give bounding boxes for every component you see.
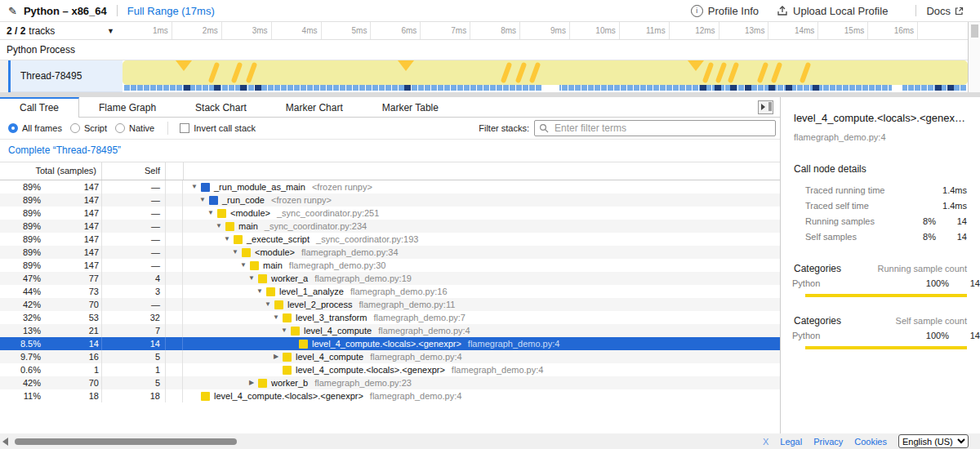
- table-row[interactable]: 32%5332▼level_3_transformflamegraph_demo…: [0, 311, 780, 324]
- sidebar-toggle-button[interactable]: [758, 100, 773, 114]
- table-row[interactable]: 42%705▶worker_bflamegraph_demo.py:23: [0, 376, 780, 389]
- upload-profile-button[interactable]: Upload Local Profile: [777, 5, 888, 17]
- function-location: flamegraph_demo.py:19: [314, 272, 412, 285]
- marker-slash-icon: [800, 62, 812, 83]
- table-row[interactable]: 11%1818level_4_compute.<locals>.<genexpr…: [0, 389, 780, 402]
- timeline-scrollbar[interactable]: [968, 22, 980, 92]
- function-name: level_4_compute: [304, 324, 372, 337]
- table-row[interactable]: 89%147—▼mainflamegraph_demo.py:30: [0, 259, 780, 272]
- category-square-icon: [291, 327, 300, 336]
- twisty-open-icon[interactable]: ▼: [207, 207, 215, 220]
- tracks-dropdown[interactable]: 2 / 2 tracks ▼: [0, 22, 122, 39]
- table-row[interactable]: 8.5%1414level_4_compute.<locals>.<genexp…: [0, 337, 780, 350]
- table-row[interactable]: 89%147—▼_run_module_as_main<frozen runpy…: [0, 180, 780, 193]
- table-row[interactable]: 47%774▼worker_aflamegraph_demo.py:19: [0, 272, 780, 285]
- self-header[interactable]: Self: [102, 162, 166, 180]
- radio-script[interactable]: Script: [70, 123, 107, 133]
- sample-gap: [541, 85, 559, 91]
- table-row[interactable]: 13%217▼level_4_computeflamegraph_demo.py…: [0, 324, 780, 337]
- tab-bar: Call TreeFlame GraphStack ChartMarker Ch…: [0, 97, 780, 118]
- function-name: level_4_compute.<locals>.<genexpr>: [312, 337, 461, 350]
- profile-name[interactable]: Python – x86_64: [24, 5, 107, 17]
- thread-track-canvas[interactable]: [122, 60, 968, 92]
- function-name: level_2_process: [287, 298, 353, 311]
- tab-call-tree[interactable]: Call Tree: [0, 97, 79, 118]
- marker-slash-icon: [208, 62, 220, 83]
- row-self: —: [102, 220, 166, 233]
- radio-native[interactable]: Native: [115, 123, 154, 133]
- table-row[interactable]: 42%70—▼level_2_processflamegraph_demo.py…: [0, 298, 780, 311]
- category-square-icon: [250, 261, 259, 270]
- row-icon-column: [166, 363, 183, 376]
- scroll-left-arrow-icon[interactable]: [2, 438, 8, 446]
- full-range-button[interactable]: Full Range (17ms): [127, 5, 215, 17]
- twisty-open-icon[interactable]: ▼: [190, 180, 198, 193]
- thread-track-label[interactable]: Thread-78495: [11, 60, 122, 92]
- table-row[interactable]: 89%147—▼_execute_script_sync_coordinator…: [0, 233, 780, 246]
- twisty-open-icon[interactable]: ▼: [280, 324, 288, 337]
- track-python-process[interactable]: Python Process: [0, 40, 980, 60]
- search-icon: [539, 123, 549, 133]
- detail-percent: [902, 183, 936, 198]
- row-total-percent: 89%: [0, 180, 41, 193]
- breadcrumb-complete-thread[interactable]: Complete “Thread-78495”: [8, 144, 121, 156]
- tab-stack-chart[interactable]: Stack Chart: [176, 97, 266, 118]
- ruler-tick: 13ms: [719, 22, 769, 39]
- row-total-percent: 32%: [0, 311, 41, 324]
- twisty-open-icon[interactable]: ▼: [198, 193, 207, 207]
- function-name: <module>: [255, 246, 295, 259]
- row-icon-column: [166, 259, 183, 272]
- timeline-scrollbar-thumb[interactable]: [971, 24, 978, 38]
- table-row[interactable]: 44%733▼level_1_analyzeflamegraph_demo.py…: [0, 285, 780, 298]
- track-thread[interactable]: Thread-78495: [0, 60, 980, 92]
- twisty-open-icon[interactable]: ▼: [247, 272, 256, 285]
- top-header: ✎ Python – x86_64 Full Range (17ms) i Pr…: [0, 0, 980, 22]
- row-total-percent: 0.6%: [0, 363, 41, 376]
- total-samples-header[interactable]: Total (samples): [0, 162, 102, 180]
- table-row[interactable]: 89%147—▼main_sync_coordinator.py:234: [0, 220, 780, 233]
- twisty-closed-icon[interactable]: ▶: [247, 376, 256, 389]
- category-square-icon: [274, 300, 283, 309]
- invert-call-stack-checkbox[interactable]: Invert call stack: [180, 123, 256, 133]
- table-row[interactable]: 0.6%11level_4_compute.<locals>.<genexpr>…: [0, 363, 780, 376]
- category-row: Python100%14: [781, 328, 980, 344]
- twisty-open-icon[interactable]: ▼: [256, 285, 264, 298]
- filter-stacks-input[interactable]: [534, 120, 776, 136]
- footer-close-link[interactable]: X: [763, 437, 768, 447]
- sample-dark-segment: [700, 85, 706, 91]
- table-row[interactable]: 89%147—▼<module>_sync_coordinator.py:251: [0, 207, 780, 220]
- edit-pencil-icon[interactable]: ✎: [8, 5, 17, 17]
- twisty-open-icon[interactable]: ▼: [223, 233, 231, 246]
- category-square-icon: [258, 379, 267, 388]
- row-total-percent: 89%: [0, 246, 41, 259]
- profile-info-button[interactable]: i Profile Info: [691, 5, 759, 17]
- timeline-ruler: 2 / 2 tracks ▼ 1ms2ms3ms4ms5ms6ms7ms8ms9…: [0, 22, 980, 40]
- footer-link-legal[interactable]: Legal: [780, 437, 802, 447]
- language-select[interactable]: English (US): [898, 434, 969, 448]
- row-total-samples: 70: [41, 376, 102, 389]
- twisty-open-icon[interactable]: ▼: [215, 220, 223, 233]
- row-self: 7: [102, 324, 166, 337]
- tab-flame-graph[interactable]: Flame Graph: [79, 97, 176, 118]
- footer-links: LegalPrivacyCookies: [780, 437, 898, 447]
- marker-triangle-icon: [398, 60, 414, 71]
- horizontal-scrollbar-thumb[interactable]: [15, 438, 237, 445]
- tab-marker-table[interactable]: Marker Table: [363, 97, 458, 118]
- docs-link[interactable]: Docs: [926, 5, 969, 17]
- twisty-open-icon[interactable]: ▼: [231, 246, 239, 259]
- function-location: flamegraph_demo.py:7: [373, 311, 466, 324]
- table-row[interactable]: 89%147—▼<module>flamegraph_demo.py:34: [0, 246, 780, 259]
- twisty-open-icon[interactable]: ▼: [239, 259, 247, 272]
- footer-link-privacy[interactable]: Privacy: [813, 437, 843, 447]
- radio-icon: [115, 123, 125, 133]
- table-row[interactable]: 9.7%165▶level_4_computeflamegraph_demo.p…: [0, 350, 780, 363]
- twisty-open-icon[interactable]: ▼: [264, 298, 272, 311]
- table-row[interactable]: 89%147—▼_run_code<frozen runpy>: [0, 193, 780, 207]
- detail-row: Traced running time1.4ms: [794, 183, 967, 198]
- twisty-open-icon[interactable]: ▼: [272, 311, 280, 324]
- tab-marker-chart[interactable]: Marker Chart: [266, 97, 363, 118]
- radio-all-frames[interactable]: All frames: [8, 123, 62, 133]
- footer-link-cookies[interactable]: Cookies: [854, 437, 887, 447]
- function-name: _run_module_as_main: [214, 180, 305, 193]
- twisty-closed-icon[interactable]: ▶: [272, 350, 280, 363]
